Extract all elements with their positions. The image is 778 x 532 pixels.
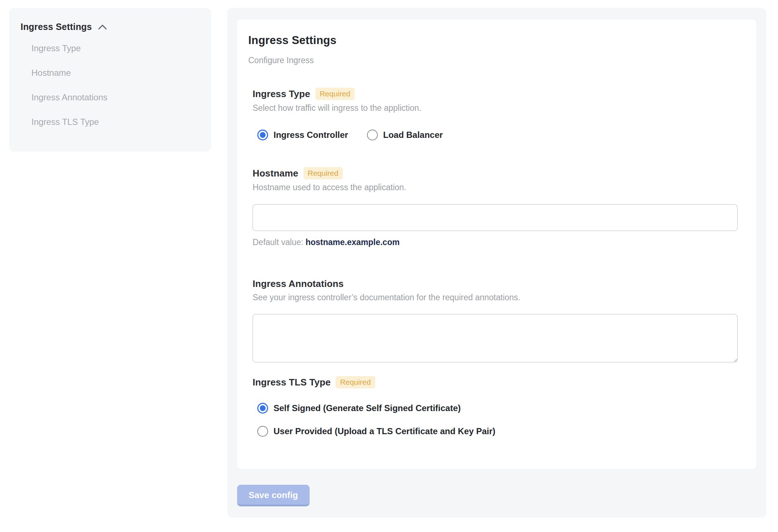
default-value-text: hostname.example.com [306, 237, 400, 247]
ingress-annotations-textarea[interactable] [253, 314, 738, 362]
radio-user-provided-label: User Provided (Upload a TLS Certificate … [274, 426, 495, 436]
radio-selected-icon[interactable] [257, 403, 268, 414]
page-title: Ingress Settings [248, 34, 738, 47]
sidebar-item-hostname[interactable]: Hostname [31, 67, 200, 78]
sidebar-item-ingress-type[interactable]: Ingress Type [31, 43, 200, 53]
radio-self-signed[interactable]: Self Signed (Generate Self Signed Certif… [257, 403, 738, 414]
page-subtitle: Configure Ingress [248, 56, 738, 65]
ingress-type-description: Select how traffic will ingress to the a… [253, 103, 738, 113]
radio-unselected-icon[interactable] [367, 130, 378, 140]
sidebar-section-title: Ingress Settings [21, 22, 92, 32]
required-badge: Required [303, 167, 343, 179]
ingress-annotations-label: Ingress Annotations [253, 278, 344, 289]
settings-sidebar: Ingress Settings Ingress Type Hostname I… [9, 8, 211, 152]
chevron-up-icon [98, 24, 107, 30]
radio-unselected-icon[interactable] [257, 426, 268, 437]
hostname-input[interactable] [253, 204, 738, 231]
radio-load-balancer-label: Load Balancer [383, 130, 443, 140]
radio-ingress-controller-label: Ingress Controller [274, 130, 348, 140]
sidebar-nav-list: Ingress Type Hostname Ingress Annotation… [21, 32, 200, 127]
page: Ingress Settings Ingress Type Hostname I… [0, 0, 778, 532]
radio-user-provided[interactable]: User Provided (Upload a TLS Certificate … [257, 426, 738, 437]
ingress-type-label: Ingress Type [253, 88, 310, 100]
sidebar-item-ingress-annotations[interactable]: Ingress Annotations [31, 92, 200, 103]
radio-self-signed-label: Self Signed (Generate Self Signed Certif… [274, 403, 461, 413]
sidebar-item-ingress-tls-type[interactable]: Ingress TLS Type [31, 117, 200, 127]
section-ingress-annotations: Ingress Annotations See your ingress con… [253, 278, 738, 362]
radio-selected-icon[interactable] [257, 130, 268, 140]
radio-load-balancer[interactable]: Load Balancer [367, 130, 443, 140]
section-hostname: Hostname Required Hostname used to acces… [253, 167, 738, 247]
ingress-annotations-description: See your ingress controller’s documentat… [253, 293, 738, 302]
radio-ingress-controller[interactable]: Ingress Controller [257, 130, 348, 140]
section-ingress-type: Ingress Type Required Select how traffic… [253, 88, 738, 140]
ingress-type-radio-group: Ingress Controller Load Balancer [257, 130, 738, 140]
sidebar-section-toggle[interactable]: Ingress Settings [21, 22, 200, 32]
required-badge: Required [336, 376, 375, 388]
section-ingress-tls-type: Ingress TLS Type Required Self Signed (G… [253, 376, 738, 437]
main-panel: Ingress Settings Configure Ingress Ingre… [227, 8, 766, 518]
default-value-prefix: Default value: [253, 237, 303, 247]
hostname-label: Hostname [253, 168, 298, 179]
hostname-default-value: Default value:hostname.example.com [253, 237, 738, 247]
ingress-settings-card: Ingress Settings Configure Ingress Ingre… [237, 19, 756, 469]
required-badge: Required [315, 88, 355, 100]
ingress-tls-type-label: Ingress TLS Type [253, 377, 331, 388]
form-sections: Ingress Type Required Select how traffic… [253, 88, 738, 437]
save-config-button[interactable]: Save config [237, 485, 310, 506]
ingress-tls-radio-group: Self Signed (Generate Self Signed Certif… [257, 403, 738, 437]
hostname-description: Hostname used to access the application. [253, 183, 738, 192]
